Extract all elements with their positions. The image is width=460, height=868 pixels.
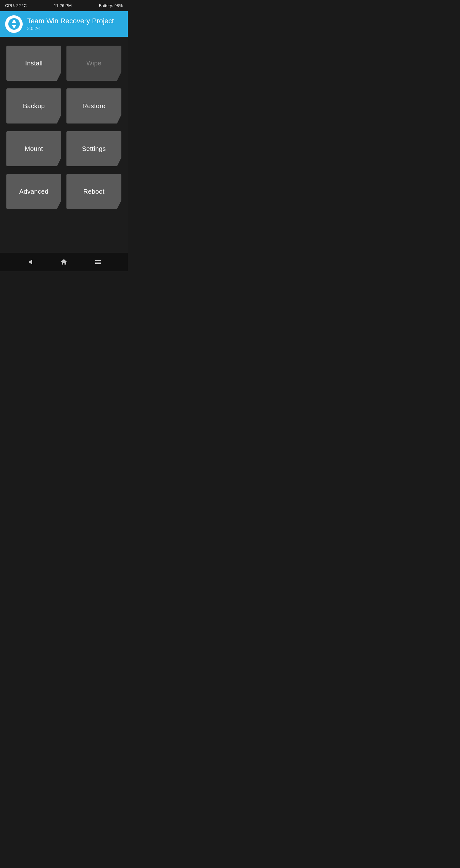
home-icon	[60, 258, 68, 266]
button-row-4: Advanced Reboot	[6, 174, 121, 209]
menu-icon	[94, 258, 102, 266]
menu-button[interactable]	[88, 256, 108, 268]
svg-rect-4	[95, 260, 101, 261]
button-row-3: Mount Settings	[6, 131, 121, 166]
back-icon	[26, 258, 33, 266]
twrp-logo-icon	[8, 18, 21, 30]
advanced-button[interactable]: Advanced	[6, 174, 61, 209]
restore-button[interactable]: Restore	[66, 88, 121, 124]
nav-bar	[0, 253, 128, 271]
home-button[interactable]	[54, 256, 74, 268]
cpu-status: CPU: 22 °C	[5, 3, 27, 8]
back-button[interactable]	[20, 256, 40, 268]
header-text-block: Team Win Recovery Project 3.0.2-1	[27, 17, 114, 31]
install-button[interactable]: Install	[6, 45, 61, 81]
button-row-1: Install Wipe	[6, 45, 121, 81]
app-title: Team Win Recovery Project	[27, 17, 114, 25]
main-content: Install Wipe Backup Restore Mount Settin…	[0, 37, 128, 253]
status-bar: CPU: 22 °C 11:26 PM Battery: 98%	[0, 0, 128, 11]
wipe-button[interactable]: Wipe	[66, 45, 121, 81]
svg-rect-5	[95, 262, 101, 262]
app-header: Team Win Recovery Project 3.0.2-1	[0, 11, 128, 37]
reboot-button[interactable]: Reboot	[66, 174, 121, 209]
battery-status: Battery: 98%	[99, 3, 123, 8]
time-status: 11:26 PM	[54, 3, 72, 8]
settings-button[interactable]: Settings	[66, 131, 121, 166]
app-version: 3.0.2-1	[27, 26, 114, 31]
svg-rect-6	[95, 263, 101, 264]
svg-marker-3	[28, 259, 32, 265]
button-row-2: Backup Restore	[6, 88, 121, 124]
mount-button[interactable]: Mount	[6, 131, 61, 166]
app-logo	[5, 15, 23, 33]
backup-button[interactable]: Backup	[6, 88, 61, 124]
